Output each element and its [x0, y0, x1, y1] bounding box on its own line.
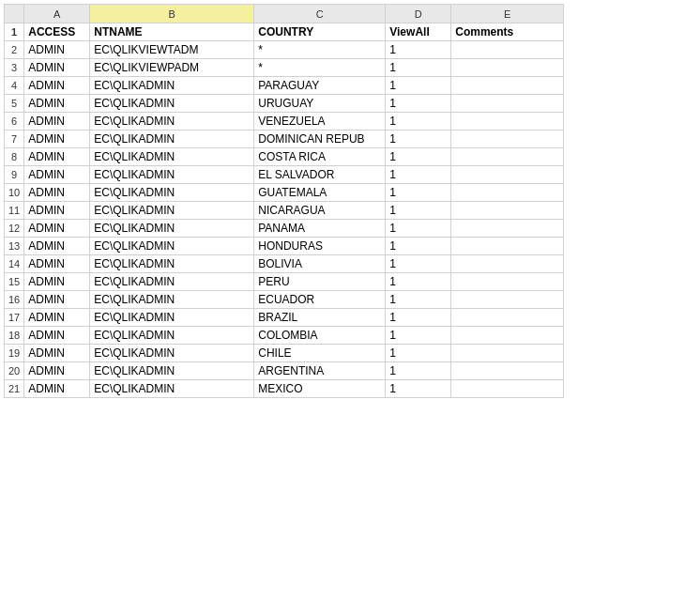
cell-ntname[interactable]: EC\QLIKADMIN	[90, 166, 254, 184]
cell-country[interactable]: *	[254, 59, 386, 77]
cell-viewall[interactable]: 1	[386, 184, 451, 202]
row-number[interactable]: 13	[5, 238, 24, 255]
cell-viewall[interactable]: 1	[386, 166, 451, 184]
row-number[interactable]: 15	[5, 273, 24, 291]
cell-access[interactable]: ADMIN	[24, 273, 90, 291]
cell-viewall[interactable]: 1	[386, 273, 451, 291]
row-number[interactable]: 5	[5, 95, 24, 113]
row-number[interactable]: 19	[5, 345, 24, 362]
cell-comments[interactable]	[451, 202, 564, 220]
cell-viewall[interactable]: 1	[386, 345, 451, 362]
cell-access[interactable]: ADMIN	[24, 59, 90, 77]
cell-access[interactable]: ADMIN	[24, 202, 90, 220]
col-letter-a[interactable]: A	[24, 5, 90, 23]
cell-country[interactable]: BRAZIL	[254, 309, 386, 327]
cell-ntname[interactable]: EC\QLIKADMIN	[90, 184, 254, 202]
cell-ntname[interactable]: EC\QLIKADMIN	[90, 148, 254, 166]
cell-comments[interactable]	[451, 309, 564, 327]
cell-viewall[interactable]: 1	[386, 255, 451, 273]
cell-ntname[interactable]: EC\QLIKADMIN	[90, 362, 254, 380]
cell-access[interactable]: ADMIN	[24, 77, 90, 95]
row-number[interactable]: 14	[5, 255, 24, 273]
cell-access[interactable]: ADMIN	[24, 345, 90, 362]
cell-ntname[interactable]: EC\QLIKADMIN	[90, 327, 254, 345]
cell-ntname[interactable]: EC\QLIKADMIN	[90, 238, 254, 255]
cell-comments[interactable]	[451, 148, 564, 166]
row-number[interactable]: 2	[5, 41, 24, 59]
row-number[interactable]: 11	[5, 202, 24, 220]
cell-country[interactable]: NICARAGUA	[254, 202, 386, 220]
cell-ntname[interactable]: EC\QLIKVIEWTADM	[90, 41, 254, 59]
cell-country[interactable]: COLOMBIA	[254, 327, 386, 345]
cell-country[interactable]: BOLIVIA	[254, 255, 386, 273]
col-letter-b[interactable]: B	[90, 5, 254, 23]
row-number[interactable]: 21	[5, 380, 24, 398]
row-number[interactable]: 16	[5, 291, 24, 309]
cell-country[interactable]: PARAGUAY	[254, 77, 386, 95]
row-number[interactable]: 1	[5, 23, 24, 41]
cell-comments[interactable]	[451, 166, 564, 184]
cell-country[interactable]: EL SALVADOR	[254, 166, 386, 184]
cell-viewall[interactable]: ViewAll	[386, 23, 451, 41]
cell-comments[interactable]	[451, 113, 564, 131]
cell-comments[interactable]	[451, 273, 564, 291]
cell-access[interactable]: ADMIN	[24, 131, 90, 148]
cell-country[interactable]: CHILE	[254, 345, 386, 362]
cell-viewall[interactable]: 1	[386, 220, 451, 238]
cell-country[interactable]: ARGENTINA	[254, 362, 386, 380]
row-number[interactable]: 7	[5, 131, 24, 148]
cell-access[interactable]: ADMIN	[24, 380, 90, 398]
cell-comments[interactable]	[451, 184, 564, 202]
cell-viewall[interactable]: 1	[386, 41, 451, 59]
cell-access[interactable]: ADMIN	[24, 238, 90, 255]
cell-viewall[interactable]: 1	[386, 291, 451, 309]
cell-access[interactable]: ACCESS	[24, 23, 90, 41]
cell-access[interactable]: ADMIN	[24, 41, 90, 59]
row-number[interactable]: 17	[5, 309, 24, 327]
cell-country[interactable]: GUATEMALA	[254, 184, 386, 202]
row-number[interactable]: 3	[5, 59, 24, 77]
row-number[interactable]: 18	[5, 327, 24, 345]
cell-access[interactable]: ADMIN	[24, 220, 90, 238]
cell-ntname[interactable]: EC\QLIKADMIN	[90, 273, 254, 291]
cell-ntname[interactable]: NTNAME	[90, 23, 254, 41]
cell-viewall[interactable]: 1	[386, 309, 451, 327]
cell-country[interactable]: PANAMA	[254, 220, 386, 238]
cell-country[interactable]: MEXICO	[254, 380, 386, 398]
cell-access[interactable]: ADMIN	[24, 327, 90, 345]
cell-access[interactable]: ADMIN	[24, 362, 90, 380]
cell-country[interactable]: COUNTRY	[254, 23, 386, 41]
cell-comments[interactable]	[451, 327, 564, 345]
col-letter-d[interactable]: D	[386, 5, 451, 23]
cell-comments[interactable]	[451, 380, 564, 398]
cell-country[interactable]: DOMINICAN REPUB	[254, 131, 386, 148]
cell-viewall[interactable]: 1	[386, 202, 451, 220]
cell-comments[interactable]	[451, 131, 564, 148]
cell-country[interactable]: PERU	[254, 273, 386, 291]
cell-viewall[interactable]: 1	[386, 113, 451, 131]
cell-viewall[interactable]: 1	[386, 238, 451, 255]
row-number[interactable]: 8	[5, 148, 24, 166]
cell-comments[interactable]	[451, 255, 564, 273]
cell-country[interactable]: *	[254, 41, 386, 59]
cell-comments[interactable]	[451, 220, 564, 238]
cell-access[interactable]: ADMIN	[24, 291, 90, 309]
cell-ntname[interactable]: EC\QLIKADMIN	[90, 255, 254, 273]
row-number[interactable]: 6	[5, 113, 24, 131]
cell-comments[interactable]	[451, 345, 564, 362]
cell-viewall[interactable]: 1	[386, 77, 451, 95]
cell-country[interactable]: HONDURAS	[254, 238, 386, 255]
cell-ntname[interactable]: EC\QLIKADMIN	[90, 220, 254, 238]
cell-access[interactable]: ADMIN	[24, 148, 90, 166]
cell-access[interactable]: ADMIN	[24, 255, 90, 273]
cell-comments[interactable]	[451, 59, 564, 77]
row-number[interactable]: 12	[5, 220, 24, 238]
cell-ntname[interactable]: EC\QLIKVIEWPADM	[90, 59, 254, 77]
cell-viewall[interactable]: 1	[386, 59, 451, 77]
cell-access[interactable]: ADMIN	[24, 184, 90, 202]
col-letter-c[interactable]: C	[254, 5, 386, 23]
cell-comments[interactable]	[451, 362, 564, 380]
cell-access[interactable]: ADMIN	[24, 166, 90, 184]
cell-ntname[interactable]: EC\QLIKADMIN	[90, 380, 254, 398]
row-number[interactable]: 9	[5, 166, 24, 184]
